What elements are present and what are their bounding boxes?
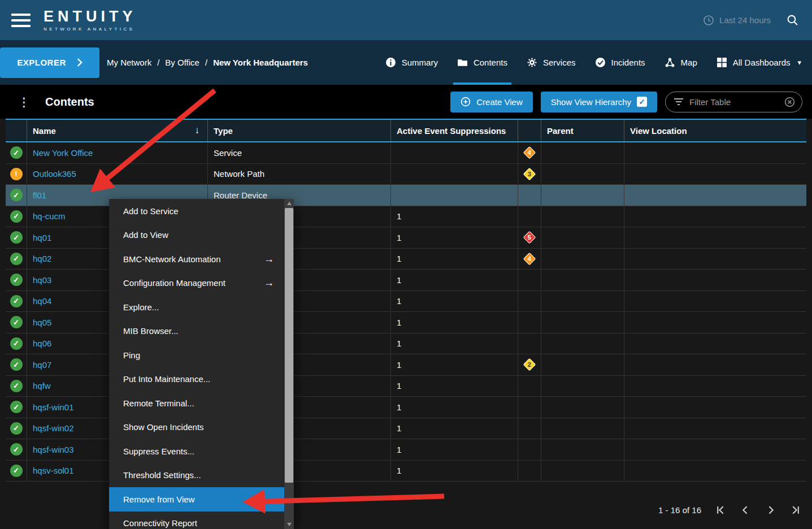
clear-filter-icon[interactable] (784, 97, 795, 107)
severity-badge[interactable]: 3 (523, 167, 536, 180)
column-name-label: Name (33, 126, 56, 136)
device-link[interactable]: hq-cucm (33, 211, 66, 221)
column-name[interactable]: Name ↓ (27, 120, 208, 141)
device-link[interactable]: Outlook365 (33, 169, 76, 179)
breadcrumb-item[interactable]: My Network (107, 58, 151, 67)
network-icon (665, 57, 675, 68)
menu-item-add-to-view[interactable]: Add to View (109, 223, 284, 248)
severity-badge[interactable]: 2 (523, 358, 536, 371)
section-nav-bar: EXPLORER My Network/By Office/New York H… (0, 40, 812, 85)
device-link[interactable]: New York Office (33, 148, 93, 158)
menu-item-remove-from-view[interactable]: Remove from View (109, 487, 284, 511)
menu-item-show-open-incidents[interactable]: Show Open Incidents (109, 415, 284, 440)
parent-cell (541, 291, 624, 312)
suppressions-cell: 1 (391, 333, 518, 354)
folder-icon (457, 57, 468, 68)
tab-all-dashboards[interactable]: All Dashboards ▾ (715, 40, 803, 85)
hierarchy-checkbox[interactable] (637, 97, 647, 107)
tab-label: Summary (402, 58, 438, 67)
menu-icon[interactable] (11, 14, 31, 27)
severity-cell: 3 (518, 164, 541, 185)
parent-cell (541, 270, 624, 290)
filter-table-input[interactable] (689, 97, 779, 107)
show-view-hierarchy-button[interactable]: Show View Hierarchy (541, 92, 657, 112)
column-status (6, 120, 27, 141)
tab-incidents[interactable]: Incidents (593, 40, 647, 85)
breadcrumb-item[interactable]: By Office (165, 58, 199, 67)
device-link[interactable]: hq07 (33, 360, 51, 370)
pagination-label: 1 - 16 of 16 (658, 505, 701, 515)
tab-summary[interactable]: Summary (384, 40, 440, 85)
scroll-down-icon[interactable] (284, 520, 294, 529)
menu-item-configuration-management[interactable]: Configuration Management → (109, 271, 284, 296)
device-link[interactable]: hqsv-sol01 (33, 466, 74, 475)
view-location-cell (624, 227, 806, 248)
tab-map[interactable]: Map (663, 40, 699, 85)
device-link[interactable]: hqsf-win01 (33, 402, 74, 412)
view-location-cell (624, 291, 806, 312)
severity-badge[interactable]: 5 (523, 231, 536, 244)
explorer-button[interactable]: EXPLORER (0, 47, 99, 78)
status-ok-icon: ✓ (10, 274, 23, 286)
menu-item-threshold-settings[interactable]: Threshold Settings... (109, 463, 284, 488)
device-link[interactable]: hq01 (33, 233, 51, 242)
menu-item-explore[interactable]: Explore... (109, 295, 284, 319)
menu-item-mib-browser[interactable]: MIB Browser... (109, 319, 284, 344)
breadcrumb: My Network/By Office/New York Headquarte… (107, 58, 308, 67)
device-link[interactable]: hqfw (33, 381, 51, 391)
menu-item-bmc-network-automation[interactable]: BMC-Network Automation → (109, 247, 284, 271)
device-link[interactable]: hq06 (33, 339, 51, 348)
suppressions-cell: 1 (391, 376, 518, 397)
previous-page-icon[interactable] (740, 505, 751, 515)
time-range-selector[interactable]: Last 24 hours (703, 15, 771, 26)
create-view-button[interactable]: Create View (450, 92, 532, 112)
tab-label: Contents (474, 58, 507, 67)
tab-services[interactable]: Services (525, 40, 577, 85)
type-cell: Network Path (208, 164, 391, 185)
menu-item-suppress-events[interactable]: Suppress Events... (109, 439, 284, 463)
menu-item-label: Add to View (123, 230, 168, 240)
search-icon[interactable] (787, 14, 798, 26)
table-row[interactable]: ! Outlook365 Network Path 3 (6, 164, 806, 185)
menu-item-put-into-maintenance[interactable]: Put Into Maintenance... (109, 367, 284, 392)
column-active-event-suppressions[interactable]: Active Event Suppressions (391, 120, 518, 141)
menu-item-connectivity-report[interactable]: Connectivity Report (109, 511, 284, 529)
scroll-up-icon[interactable] (284, 199, 294, 208)
submenu-arrow-icon: → (264, 253, 274, 265)
device-link[interactable]: hq05 (33, 318, 51, 327)
severity-cell (518, 333, 541, 354)
menu-item-add-to-service[interactable]: Add to Service (109, 199, 284, 223)
first-page-icon[interactable] (715, 505, 726, 515)
severity-badge[interactable]: 4 (523, 146, 536, 159)
device-link[interactable]: hq04 (33, 296, 51, 306)
last-page-icon[interactable] (790, 505, 801, 515)
severity-badge[interactable]: 4 (523, 252, 536, 265)
status-ok-icon: ✓ (10, 443, 23, 456)
next-page-icon[interactable] (765, 505, 776, 515)
menu-item-label: Suppress Events... (123, 446, 194, 456)
device-link[interactable]: fl01 (33, 190, 46, 200)
view-location-cell (624, 418, 806, 439)
device-link[interactable]: hq03 (33, 275, 51, 285)
context-menu: Add to Service Add to View BMC-Network A… (109, 199, 294, 529)
device-link[interactable]: hq02 (33, 254, 51, 263)
scrollbar-thumb[interactable] (285, 208, 293, 483)
table-row[interactable]: ✓ New York Office Service 4 (6, 142, 806, 164)
context-menu-scrollbar[interactable] (284, 199, 294, 529)
column-parent[interactable]: Parent (541, 120, 624, 141)
menu-item-remote-terminal[interactable]: Remote Terminal... (109, 391, 284, 415)
column-type[interactable]: Type (208, 120, 391, 141)
sort-descending-icon[interactable]: ↓ (195, 125, 200, 136)
kebab-menu-icon[interactable]: ⋮ (18, 96, 30, 108)
view-location-cell (624, 461, 806, 482)
suppressions-cell: 1 (391, 439, 518, 460)
pagination: 1 - 16 of 16 (658, 505, 801, 515)
device-link[interactable]: hqsf-win02 (33, 423, 74, 433)
view-location-cell (624, 206, 806, 227)
menu-item-label: Ping (123, 350, 140, 360)
column-view-location[interactable]: View Location (624, 120, 806, 141)
device-link[interactable]: hqsf-win03 (33, 445, 74, 454)
severity-cell (518, 206, 541, 227)
tab-contents[interactable]: Contents (455, 40, 509, 85)
menu-item-ping[interactable]: Ping (109, 343, 284, 367)
